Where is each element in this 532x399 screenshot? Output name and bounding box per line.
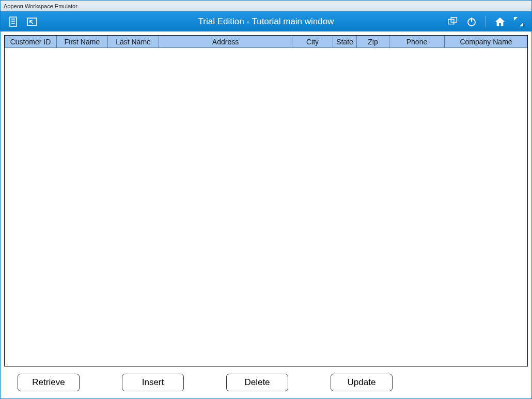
content-area: Customer ID First Name Last Name Address… [1,31,531,398]
fullscreen-icon[interactable] [513,16,524,27]
power-icon[interactable] [466,16,477,27]
svg-rect-0 [10,17,17,26]
col-header-company-name[interactable]: Company Name [445,36,527,48]
cascade-windows-icon[interactable] [447,16,459,27]
window-expand-icon[interactable] [26,16,38,27]
col-header-city[interactable]: City [292,36,333,48]
home-icon[interactable] [494,16,506,27]
col-header-first-name[interactable]: First Name [57,36,108,48]
document-icon[interactable] [8,16,19,27]
delete-button[interactable]: Delete [226,374,288,391]
window-titlebar[interactable]: Appeon Workspace Emulator [1,1,531,12]
col-header-state[interactable]: State [333,36,357,48]
col-header-zip[interactable]: Zip [357,36,389,48]
insert-button[interactable]: Insert [122,374,184,391]
grid-header-row: Customer ID First Name Last Name Address… [5,36,527,48]
window-title: Appeon Workspace Emulator [4,3,77,9]
retrieve-button[interactable]: Retrieve [18,374,80,391]
col-header-phone[interactable]: Phone [389,36,445,48]
toolbar-left-group [1,16,38,27]
col-header-last-name[interactable]: Last Name [108,36,159,48]
app-window: Appeon Workspace Emulator Trial Edition … [0,0,532,399]
data-grid[interactable]: Customer ID First Name Last Name Address… [4,35,528,366]
toolbar-right-group [447,16,531,27]
svg-rect-4 [27,18,37,25]
svg-marker-12 [520,23,523,26]
toolbar: Trial Edition - Tutorial main window [1,12,531,31]
svg-line-5 [30,21,33,24]
toolbar-separator [486,16,486,27]
svg-marker-11 [514,17,518,21]
grid-body[interactable] [5,48,527,366]
button-row: Retrieve Insert Delete Update [4,366,528,398]
col-header-customer-id[interactable]: Customer ID [5,36,57,48]
svg-marker-10 [495,18,505,26]
update-button[interactable]: Update [331,374,393,391]
col-header-address[interactable]: Address [159,36,292,48]
